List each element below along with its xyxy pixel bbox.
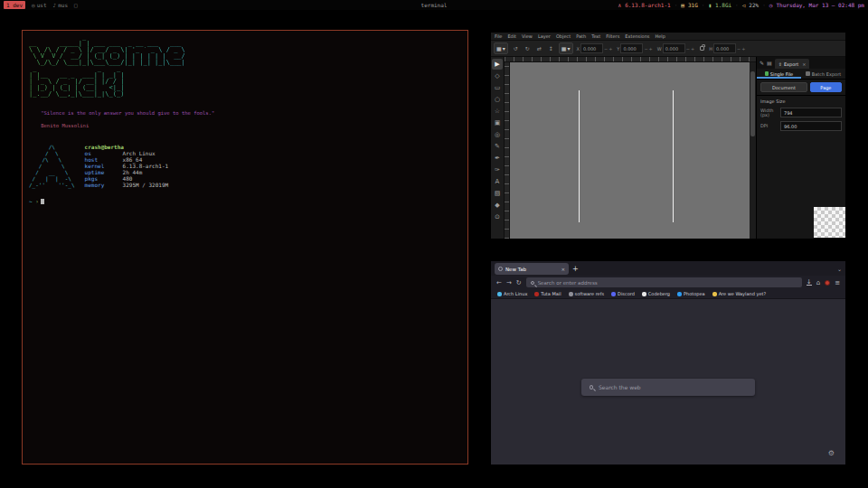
tab-favicon [498, 267, 503, 271]
photopea-favicon [677, 292, 682, 296]
export-mode-tabs: Single File Batch Export [757, 69, 845, 80]
tab-batch-export[interactable]: Batch Export [801, 69, 845, 79]
inkscape-window: File Edit View Layer Object Path Text Fi… [491, 33, 845, 239]
workspace-tag-mus[interactable]: ♪ mus [53, 1, 68, 9]
export-dock: ✎ ▤ ⇧ Export × Single File Batch Export [756, 57, 845, 239]
menu-filters[interactable]: Filters [606, 33, 619, 39]
spiral-tool[interactable]: ◎ [492, 129, 503, 140]
pencil-tool[interactable]: ✎ [492, 141, 503, 152]
ellipse-tool[interactable]: ○ [492, 94, 503, 105]
square-icon: □ [74, 2, 78, 8]
tool-palette: ▶ ◇ ▭ ○ ☆ ▣ ◎ ✎ ✒ ✑ A ▧ ◆ ⊙ [491, 57, 505, 239]
scrollbar-thumb[interactable] [750, 71, 755, 136]
back-button[interactable]: ← [496, 279, 502, 286]
new-tab-button[interactable]: + [572, 266, 579, 273]
rotate-ccw-button[interactable]: ↺ [512, 45, 520, 52]
menu-path[interactable]: Path [576, 33, 586, 39]
dpi-label: DPI [760, 124, 778, 128]
extension-icon[interactable] [825, 280, 830, 286]
menu-text[interactable]: Text [591, 33, 600, 39]
x-coordinate-field[interactable]: X 0.000 −+ [577, 43, 614, 53]
menu-help[interactable]: Help [655, 33, 665, 39]
text-tool[interactable]: A [492, 176, 503, 187]
wayland-favicon [712, 292, 717, 296]
workspace-tag-4[interactable]: □ [74, 1, 78, 9]
bookmark-are-we-wayland-yet[interactable]: Are we Wayland yet? [712, 291, 766, 296]
tab-new-tab[interactable]: New Tab × [495, 263, 569, 275]
page-button[interactable]: Page [810, 82, 842, 92]
terminal-window[interactable]: _ __ _____| | ___ ___ _ __ ___ ___ \ \ /… [22, 30, 468, 465]
swatches-icon[interactable]: ▤ [767, 60, 772, 66]
lock-ratio-icon[interactable] [700, 46, 704, 51]
canvas-scrollbar[interactable] [750, 62, 756, 239]
align-icon: ▦ [561, 45, 567, 52]
menu-view[interactable]: View [522, 33, 533, 39]
node-tool[interactable]: ◇ [492, 70, 503, 81]
selection-mode-dropdown[interactable]: ▦ ▾ [494, 42, 508, 54]
shell-prompt[interactable]: ~ › [29, 198, 461, 204]
tab-bar: New Tab × + ⌄ [491, 261, 845, 276]
text-cursor [41, 199, 44, 204]
tool-controls-bar: ▦ ▾ ↺ ↻ ⇄ ↕ ▦ ▾ X 0.000 −+ Y 0.000 −+ W … [491, 41, 845, 57]
url-placeholder: Search or enter address [538, 280, 598, 286]
browser-window: New Tab × + ⌄ ← → ↻ Search or enter addr… [491, 261, 845, 465]
workspace-tag-ust[interactable]: ◎ ust [32, 1, 46, 9]
bookmark-tuta-mail[interactable]: Tuta Mail [534, 291, 561, 296]
bookmark-photopea[interactable]: Photopea [677, 291, 705, 296]
url-bar[interactable]: Search or enter address [526, 277, 802, 287]
arch-favicon [497, 292, 502, 296]
export-scope-buttons: Document Page [757, 80, 845, 95]
height-field[interactable]: H 0.000 −+ [709, 43, 746, 53]
star-tool[interactable]: ☆ [492, 106, 503, 117]
volume-icon: ◁ [742, 2, 746, 8]
bookmark-discord[interactable]: Discord [611, 291, 635, 296]
menu-object[interactable]: Object [556, 33, 571, 39]
forward-button[interactable]: → [506, 279, 512, 286]
discord-favicon [611, 292, 616, 296]
dropper-tool[interactable]: ◆ [492, 200, 503, 211]
web-search-input[interactable]: Search the web [581, 379, 755, 396]
export-dialog-tab[interactable]: ⇧ Export × [775, 59, 810, 69]
workspace-icon: ◎ [32, 2, 35, 8]
search-icon [590, 385, 593, 389]
flip-horizontal-button[interactable]: ⇄ [535, 45, 543, 52]
align-dropdown[interactable]: ▦ ▾ [559, 42, 573, 54]
edit-icon[interactable]: ✎ [760, 60, 764, 66]
workspace-tag-dev[interactable]: 1 dev [4, 1, 25, 9]
selector-tool[interactable]: ▶ [492, 59, 503, 70]
image-size-heading: Image Size [757, 95, 845, 106]
home-button[interactable]: ⌂ [816, 279, 820, 286]
bookmark-folder-software-refs[interactable]: software refs [569, 291, 604, 296]
y-coordinate-field[interactable]: Y 0.000 −+ [617, 43, 653, 53]
menu-layer[interactable]: Layer [538, 33, 551, 39]
music-icon: ♪ [53, 2, 57, 8]
close-tab-icon[interactable]: × [561, 267, 565, 272]
document-button[interactable]: Document [760, 82, 807, 92]
close-icon[interactable]: × [802, 61, 806, 67]
reload-button[interactable]: ↻ [516, 279, 522, 286]
gear-icon[interactable]: ⚙ [828, 449, 835, 457]
pen-tool[interactable]: ✒ [492, 153, 503, 164]
dpi-input[interactable]: 96.00 [780, 121, 842, 131]
rect-tool[interactable]: ▭ [492, 82, 503, 93]
downloads-button[interactable]: ↓ [807, 279, 812, 286]
menu-extensions[interactable]: Extensions [625, 33, 649, 39]
canvas[interactable] [510, 62, 750, 239]
calligraphy-tool[interactable]: ✑ [492, 164, 503, 175]
menu-edit[interactable]: Edit [507, 33, 516, 39]
menu-button[interactable]: ≡ [835, 279, 840, 286]
chevron-down-icon: ▾ [503, 45, 505, 52]
list-tabs-icon[interactable]: ⌄ [837, 266, 842, 272]
single-file-icon [765, 71, 769, 76]
export-width-input[interactable]: 794 [780, 108, 842, 117]
menu-file[interactable]: File [495, 33, 502, 39]
flip-vertical-button[interactable]: ↕ [547, 45, 555, 52]
bookmark-arch-linux[interactable]: Arch Linux [497, 291, 527, 296]
gradient-tool[interactable]: ▧ [492, 188, 503, 199]
box3d-tool[interactable]: ▣ [492, 117, 503, 128]
width-field[interactable]: W 0.000 −+ [657, 43, 695, 53]
tab-single-file[interactable]: Single File [757, 69, 801, 79]
zoom-tool[interactable]: ⊙ [492, 211, 503, 222]
bookmark-codeberg[interactable]: Codeberg [642, 291, 670, 296]
rotate-cw-button[interactable]: ↻ [524, 45, 532, 52]
